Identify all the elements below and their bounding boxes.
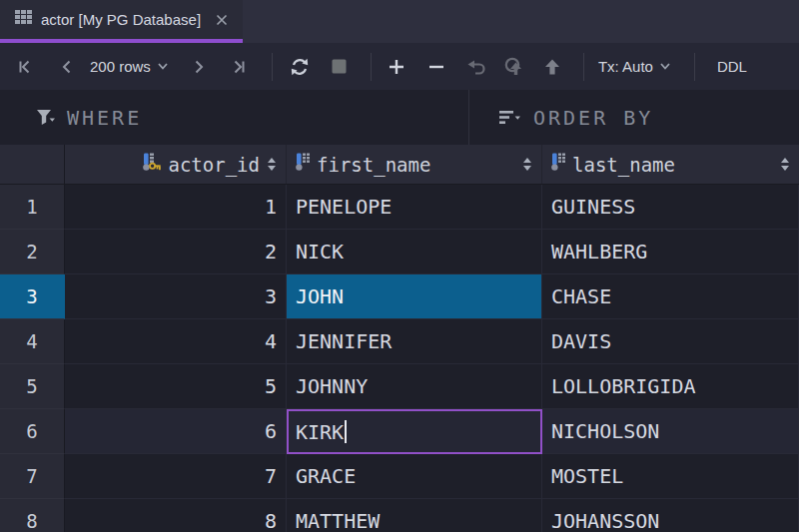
- cell-text: MOSTEL: [551, 464, 623, 488]
- page-size-selector[interactable]: 200 rows: [90, 58, 168, 75]
- gutter-header[interactable]: [0, 145, 65, 184]
- sort-toggle-icon[interactable]: [780, 157, 790, 172]
- grid-body: 11PENELOPEGUINESS22NICKWAHLBERG33JOHNCHA…: [0, 185, 799, 532]
- add-row-button[interactable]: [384, 53, 409, 81]
- cell-actor_id[interactable]: 8: [65, 499, 287, 532]
- cell-last_name[interactable]: WAHLBERG: [542, 230, 799, 274]
- commit-button[interactable]: [539, 53, 565, 81]
- close-icon[interactable]: [216, 14, 228, 26]
- cell-first_name[interactable]: JENNIFER: [287, 319, 542, 364]
- table-row: 88MATTHEWJOHANSSON: [0, 499, 799, 532]
- cell-text: KIRK: [296, 420, 344, 444]
- chevron-down-icon: [158, 63, 168, 70]
- sort-lines-icon: [499, 110, 521, 125]
- cell-text: GRACE: [296, 464, 356, 488]
- order-by-input[interactable]: ORDER BY: [469, 90, 799, 145]
- tab-title: actor [My PG Database]: [41, 11, 201, 28]
- cell-actor_id[interactable]: 5: [65, 364, 287, 409]
- stop-button[interactable]: [327, 53, 353, 81]
- row-number[interactable]: 2: [0, 230, 65, 274]
- cell-last_name[interactable]: LOLLOBRIGIDA: [542, 364, 799, 409]
- cell-last_name[interactable]: DAVIS: [542, 319, 799, 364]
- table-row: 66KIRKNICHOLSON: [0, 409, 799, 454]
- sort-toggle-icon[interactable]: [267, 154, 277, 176]
- cell-first_name[interactable]: JOHNNY: [287, 364, 542, 409]
- tab-actor-table[interactable]: actor [My PG Database]: [0, 0, 243, 43]
- cell-text: NICK: [296, 240, 344, 264]
- table-row: 22NICKWAHLBERG: [0, 230, 799, 274]
- cell-text: JOHN: [296, 284, 344, 308]
- cell-text: PENELOPE: [296, 195, 392, 219]
- page-size-label: 200 rows: [90, 58, 151, 75]
- toolbar-separator: [371, 53, 372, 81]
- column-icon: [143, 153, 161, 176]
- cell-last_name[interactable]: NICHOLSON: [542, 409, 799, 454]
- cell-first_name[interactable]: KIRK: [287, 409, 542, 454]
- cell-text: 8: [265, 509, 277, 532]
- row-number[interactable]: 3: [0, 274, 65, 319]
- cell-text: 6: [265, 419, 277, 443]
- cell-text: 2: [265, 240, 277, 264]
- row-number[interactable]: 8: [0, 499, 65, 532]
- column-icon: [296, 153, 310, 176]
- data-editor-window: actor [My PG Database] 200 rows: [0, 0, 799, 532]
- column-header-label: last_name: [572, 154, 675, 176]
- delete-row-button[interactable]: [423, 53, 449, 81]
- reload-data-button[interactable]: [287, 53, 313, 81]
- cell-text: 3: [265, 284, 277, 308]
- cell-actor_id[interactable]: 1: [65, 185, 287, 230]
- row-number[interactable]: 7: [0, 454, 65, 499]
- row-number[interactable]: 1: [0, 185, 65, 230]
- row-number[interactable]: 4: [0, 319, 65, 364]
- cell-actor_id[interactable]: 2: [65, 230, 287, 274]
- table-row: 55JOHNNYLOLLOBRIGIDA: [0, 364, 799, 409]
- cell-text: 1: [265, 195, 277, 219]
- ddl-label: DDL: [717, 58, 747, 75]
- row-number[interactable]: 6: [0, 409, 65, 454]
- cell-text: 7: [265, 464, 277, 488]
- table-row: 77GRACEMOSTEL: [0, 454, 799, 499]
- previous-page-button[interactable]: [54, 53, 80, 81]
- cell-actor_id[interactable]: 7: [65, 454, 287, 499]
- table-grid-icon: [15, 10, 32, 29]
- sort-toggle-icon[interactable]: [522, 157, 532, 172]
- cell-last_name[interactable]: JOHANSSON: [542, 499, 799, 532]
- column-header-last-name[interactable]: last_name: [542, 145, 799, 184]
- cell-last_name[interactable]: MOSTEL: [542, 454, 799, 499]
- where-placeholder: WHERE: [67, 106, 142, 130]
- cell-last_name[interactable]: GUINESS: [542, 185, 799, 230]
- cell-text: 4: [265, 329, 277, 353]
- revert-changes-button[interactable]: [463, 53, 489, 81]
- first-page-button[interactable]: [12, 53, 38, 81]
- submit-and-commit-button[interactable]: [501, 53, 527, 81]
- cell-actor_id[interactable]: 6: [65, 409, 287, 454]
- table-row: 44JENNIFERDAVIS: [0, 319, 799, 364]
- cell-text: JOHANSSON: [551, 509, 659, 532]
- toolbar-separator: [583, 53, 584, 81]
- ddl-button[interactable]: DDL: [717, 58, 747, 75]
- grid-header-row: actor_id: [0, 145, 799, 185]
- cell-actor_id[interactable]: 4: [65, 319, 287, 364]
- cell-first_name[interactable]: PENELOPE: [287, 185, 542, 230]
- row-number[interactable]: 5: [0, 364, 65, 409]
- column-header-first-name[interactable]: first_name: [287, 145, 542, 184]
- toolbar-separator: [694, 53, 695, 81]
- cell-first_name[interactable]: NICK: [287, 230, 542, 274]
- editor-tab-bar: actor [My PG Database]: [0, 0, 799, 43]
- cell-first_name[interactable]: GRACE: [287, 454, 542, 499]
- cell-last_name[interactable]: CHASE: [542, 274, 799, 319]
- order-by-placeholder: ORDER BY: [533, 106, 653, 130]
- cell-text: JENNIFER: [296, 329, 392, 353]
- cell-actor_id[interactable]: 3: [65, 274, 287, 319]
- cell-first_name[interactable]: JOHN: [287, 274, 542, 319]
- filter-bar: WHERE ORDER BY: [0, 90, 799, 145]
- chevron-down-icon: [660, 63, 670, 70]
- cell-text: CHASE: [551, 284, 611, 308]
- column-header-actor-id[interactable]: actor_id: [65, 145, 287, 184]
- tx-mode-selector[interactable]: Tx: Auto: [598, 58, 670, 75]
- cell-first_name[interactable]: MATTHEW: [287, 499, 542, 532]
- where-filter-input[interactable]: WHERE: [0, 90, 469, 145]
- next-page-button[interactable]: [186, 53, 212, 81]
- column-header-label: actor_id: [168, 154, 260, 176]
- last-page-button[interactable]: [226, 53, 252, 81]
